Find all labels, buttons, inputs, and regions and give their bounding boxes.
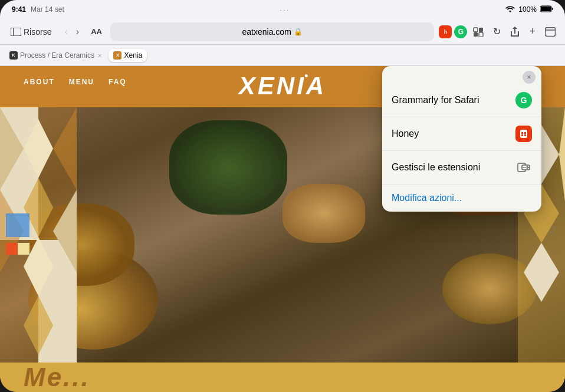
xenia-favicon: X [113, 51, 121, 60]
svg-rect-35 [521, 134, 523, 136]
gestisci-icon [515, 159, 532, 176]
back-button[interactable]: ‹ [61, 24, 71, 39]
toolbar-right-buttons: h G ↻ + [439, 23, 559, 40]
wifi-icon [505, 5, 515, 14]
svg-rect-23 [6, 213, 29, 237]
sidebar-label: Risorse [24, 27, 51, 37]
reload-button[interactable]: ↻ [490, 24, 504, 39]
status-date: Mar 14 set [31, 5, 64, 14]
nav-menu[interactable]: MENU [69, 78, 94, 86]
tabs-bar: K Process / Era Ceramics × X Xenia [0, 45, 565, 66]
svg-rect-6 [479, 28, 483, 32]
lock-icon: 🔒 [294, 28, 303, 36]
svg-rect-25 [18, 243, 29, 255]
share-button[interactable] [507, 24, 523, 39]
main-content: ABOUT MENU FAQ XENiA [0, 66, 565, 392]
nav-about[interactable]: ABOUT [24, 78, 55, 86]
sidebar-button[interactable]: Risorse [6, 25, 56, 39]
svg-rect-9 [546, 27, 556, 36]
gestisci-label: Gestisci le estensioni [392, 162, 508, 173]
tab-process-close[interactable]: × [98, 52, 101, 59]
svg-rect-1 [552, 8, 553, 10]
ipad-frame: 9:41 Mar 14 set ··· 100% Risorse ‹ › AA [0, 0, 565, 392]
tab-process[interactable]: K Process / Era Ceramics × [5, 49, 106, 62]
xenia-logo: XENiA [239, 72, 326, 100]
svg-rect-34 [524, 132, 526, 134]
tab-xenia-label: Xenia [124, 51, 142, 60]
nav-buttons: ‹ › [61, 24, 83, 39]
status-time: 9:41 [12, 5, 26, 14]
honey-label: Honey [392, 129, 508, 139]
extensions-popup: × Grammarly for Safari G Honey [382, 66, 541, 212]
modifica-azioni-item[interactable]: Modifica azioni... [382, 185, 541, 212]
grammarly-label: Grammarly for Safari [392, 95, 508, 106]
status-right: 100% [505, 5, 553, 14]
grammarly-extension-icon[interactable]: G [454, 25, 467, 38]
popup-header: × [382, 66, 541, 84]
url-bar[interactable]: eatxenia.com 🔒 [110, 22, 435, 41]
status-dots: ··· [280, 5, 290, 14]
honey-icon [515, 126, 532, 142]
safari-toolbar: Risorse ‹ › AA eatxenia.com 🔒 h G ↻ + [0, 19, 565, 45]
grammarly-extension-item[interactable]: Grammarly for Safari G [382, 84, 541, 117]
extensions-button[interactable] [469, 25, 487, 39]
tab-overview-button[interactable] [541, 25, 559, 39]
tab-xenia[interactable]: X Xenia [109, 49, 147, 62]
xenia-bottom-text: Me... [24, 364, 90, 390]
tab-process-label: Process / Era Ceramics [20, 51, 94, 60]
svg-rect-36 [524, 134, 526, 136]
svg-rect-7 [474, 32, 478, 37]
svg-rect-2 [541, 6, 551, 11]
modifica-label: Modifica azioni... [392, 193, 462, 203]
svg-rect-32 [520, 130, 527, 138]
popup-close-button[interactable]: × [523, 71, 536, 84]
xenia-bottom-strip: Me... [0, 363, 565, 392]
new-tab-button[interactable]: + [525, 23, 539, 40]
battery-label: 100% [518, 5, 537, 14]
status-bar: 9:41 Mar 14 set ··· 100% [0, 0, 565, 19]
gestisci-item[interactable]: Gestisci le estensioni [382, 151, 541, 185]
svg-rect-33 [521, 132, 523, 134]
forward-button[interactable]: › [73, 24, 83, 39]
nav-faq[interactable]: FAQ [109, 78, 127, 86]
svg-rect-24 [6, 243, 18, 255]
svg-rect-5 [474, 28, 478, 32]
quilt-left [0, 107, 77, 363]
url-text: eatxenia.com [242, 27, 291, 37]
honey-extension-icon[interactable]: h [439, 25, 452, 38]
battery-icon [540, 5, 553, 14]
reader-mode-button[interactable]: AA [87, 26, 106, 37]
process-favicon: K [9, 51, 18, 60]
grammarly-icon: G [515, 92, 532, 108]
honey-extension-item[interactable]: Honey [382, 117, 541, 151]
xenia-nav-links: ABOUT MENU FAQ [24, 78, 127, 86]
svg-rect-3 [11, 28, 21, 36]
svg-rect-8 [479, 32, 483, 37]
